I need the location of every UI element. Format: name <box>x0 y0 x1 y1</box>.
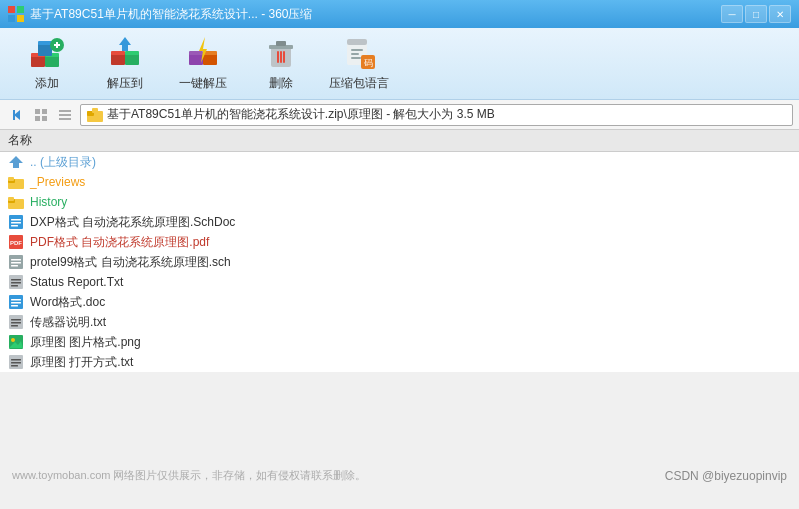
delete-label: 删除 <box>269 75 293 92</box>
svg-rect-72 <box>11 305 18 307</box>
title-bar: 基于AT89C51单片机的智能浇花系统设计... - 360压缩 ─ □ ✕ <box>0 0 799 28</box>
svg-text:PDF: PDF <box>10 240 22 246</box>
svg-rect-63 <box>11 262 21 264</box>
one-click-icon <box>185 35 221 71</box>
delete-button[interactable]: 删除 <box>246 34 316 94</box>
svg-rect-9 <box>38 41 52 45</box>
list-item[interactable]: 传感器说明.txt <box>0 312 799 332</box>
svg-rect-66 <box>11 279 21 281</box>
svg-rect-26 <box>277 51 279 63</box>
watermark-area: www.toymoban.com 网络图片仅供展示，非存储，如有侵权请联系删除。… <box>0 468 799 483</box>
svg-rect-47 <box>92 108 98 113</box>
close-button[interactable]: ✕ <box>769 5 791 23</box>
svg-rect-1 <box>17 6 24 13</box>
file-icon <box>8 294 24 310</box>
svg-marker-17 <box>119 37 131 51</box>
svg-rect-39 <box>42 109 47 114</box>
svg-rect-31 <box>351 49 363 51</box>
file-icon: PDF <box>8 234 24 250</box>
compress-lang-button[interactable]: 码 压缩包语言 <box>324 34 394 94</box>
column-header: 名称 <box>0 130 799 152</box>
svg-rect-67 <box>11 282 21 284</box>
list-item[interactable]: Word格式.doc <box>0 292 799 312</box>
list-item[interactable]: DXP格式 自动浇花系统原理图.SchDoc <box>0 212 799 232</box>
app-icon <box>8 6 24 22</box>
svg-rect-75 <box>11 322 21 324</box>
svg-rect-33 <box>351 57 361 59</box>
delete-icon <box>263 35 299 71</box>
svg-rect-32 <box>351 53 359 55</box>
svg-rect-62 <box>11 259 21 261</box>
zip-icon-addr <box>87 107 103 122</box>
one-click-label: 一键解压 <box>179 75 227 92</box>
add-label: 添加 <box>35 75 59 92</box>
list-item[interactable]: _Previews <box>0 172 799 192</box>
svg-rect-30 <box>347 39 367 45</box>
name-column-header: 名称 <box>8 132 791 149</box>
svg-rect-19 <box>189 51 203 55</box>
detail-view-button[interactable] <box>54 104 76 126</box>
svg-rect-57 <box>11 222 21 224</box>
file-name: History <box>30 195 791 209</box>
file-name: .. (上级目录) <box>30 154 791 171</box>
add-button[interactable]: 添加 <box>12 34 82 94</box>
svg-rect-42 <box>59 110 71 112</box>
window-controls: ─ □ ✕ <box>721 5 791 23</box>
extract-button[interactable]: 解压到 <box>90 34 160 94</box>
svg-rect-64 <box>11 265 18 267</box>
svg-rect-76 <box>11 325 18 327</box>
svg-rect-70 <box>11 299 21 301</box>
file-icon <box>8 314 24 330</box>
svg-rect-0 <box>8 6 15 13</box>
file-name: Status Report.Txt <box>30 275 791 289</box>
svg-rect-58 <box>11 225 18 227</box>
one-click-extract-button[interactable]: 一键解压 <box>168 34 238 94</box>
list-item[interactable]: PDF PDF格式 自动浇花系统原理图.pdf <box>0 232 799 252</box>
list-view-button[interactable] <box>30 104 52 126</box>
svg-rect-56 <box>11 219 21 221</box>
compress-lang-label: 压缩包语言 <box>329 75 389 92</box>
svg-rect-16 <box>125 51 139 55</box>
svg-rect-43 <box>59 114 71 116</box>
list-item[interactable]: 原理图 打开方式.txt <box>0 352 799 372</box>
svg-rect-71 <box>11 302 21 304</box>
list-item[interactable]: History <box>0 192 799 212</box>
svg-rect-44 <box>59 118 71 120</box>
svg-rect-37 <box>13 110 15 120</box>
svg-rect-14 <box>111 51 125 55</box>
svg-rect-54 <box>8 197 14 201</box>
lang-icon: 码 <box>341 35 377 71</box>
file-name: protel99格式 自动浇花系统原理图.sch <box>30 254 791 271</box>
svg-rect-83 <box>11 365 18 367</box>
file-name: DXP格式 自动浇花系统原理图.SchDoc <box>30 214 791 231</box>
svg-rect-41 <box>42 116 47 121</box>
svg-marker-48 <box>9 156 23 168</box>
svg-rect-12 <box>56 42 58 48</box>
list-item[interactable]: .. (上级目录) <box>0 152 799 172</box>
list-item[interactable]: 原理图 图片格式.png <box>0 332 799 352</box>
svg-rect-25 <box>276 41 286 46</box>
extract-label: 解压到 <box>107 75 143 92</box>
file-name: _Previews <box>30 175 791 189</box>
svg-rect-2 <box>8 15 15 22</box>
address-path[interactable]: 基于AT89C51单片机的智能浇花系统设计.zip\原理图 - 解包大小为 3.… <box>80 104 793 126</box>
svg-rect-74 <box>11 319 21 321</box>
file-icon <box>8 334 24 350</box>
back-button[interactable] <box>6 104 28 126</box>
file-name: Word格式.doc <box>30 294 791 311</box>
minimize-button[interactable]: ─ <box>721 5 743 23</box>
file-list: .. (上级目录) _Previews History DXP格式 自动浇花系统… <box>0 152 799 372</box>
window-title: 基于AT89C51单片机的智能浇花系统设计... - 360压缩 <box>30 6 721 23</box>
watermark-right-text: CSDN @biyezuopinvip <box>665 469 787 483</box>
list-item[interactable]: Status Report.Txt <box>0 272 799 292</box>
svg-point-78 <box>11 338 15 342</box>
svg-rect-68 <box>11 285 18 287</box>
maximize-button[interactable]: □ <box>745 5 767 23</box>
address-bar: 基于AT89C51单片机的智能浇花系统设计.zip\原理图 - 解包大小为 3.… <box>0 100 799 130</box>
list-item[interactable]: protel99格式 自动浇花系统原理图.sch <box>0 252 799 272</box>
file-icon <box>8 354 24 370</box>
svg-rect-3 <box>17 15 24 22</box>
address-text: 基于AT89C51单片机的智能浇花系统设计.zip\原理图 - 解包大小为 3.… <box>107 106 495 123</box>
svg-text:码: 码 <box>364 58 373 68</box>
svg-rect-51 <box>8 177 14 181</box>
